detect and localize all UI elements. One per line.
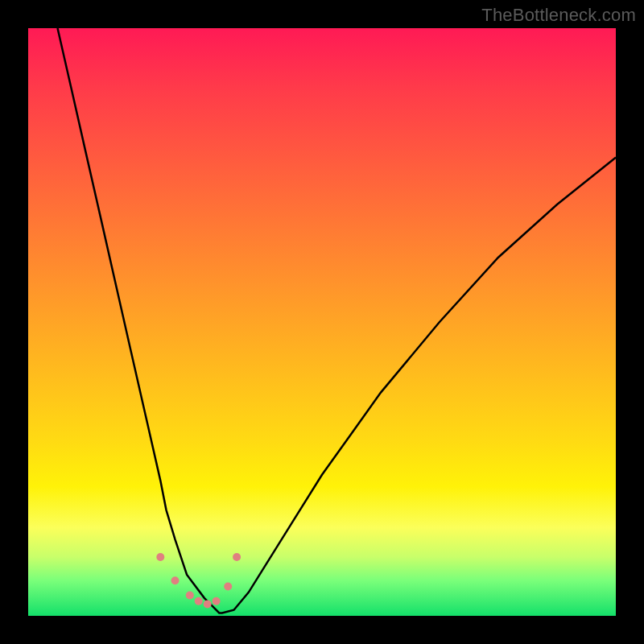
marker-dot — [233, 553, 241, 561]
bottleneck-curve — [58, 28, 617, 613]
plot-area — [28, 28, 616, 616]
marker-dot — [186, 592, 194, 600]
curve-svg — [28, 28, 616, 616]
bottom-markers — [156, 553, 241, 608]
marker-dot — [213, 597, 221, 605]
marker-dot — [195, 597, 203, 605]
chart-frame: TheBottleneck.com — [0, 0, 644, 644]
marker-dot — [224, 583, 232, 591]
marker-dot — [171, 576, 180, 584]
marker-dot — [204, 600, 212, 608]
watermark-text: TheBottleneck.com — [481, 5, 636, 26]
marker-dot — [156, 553, 164, 561]
